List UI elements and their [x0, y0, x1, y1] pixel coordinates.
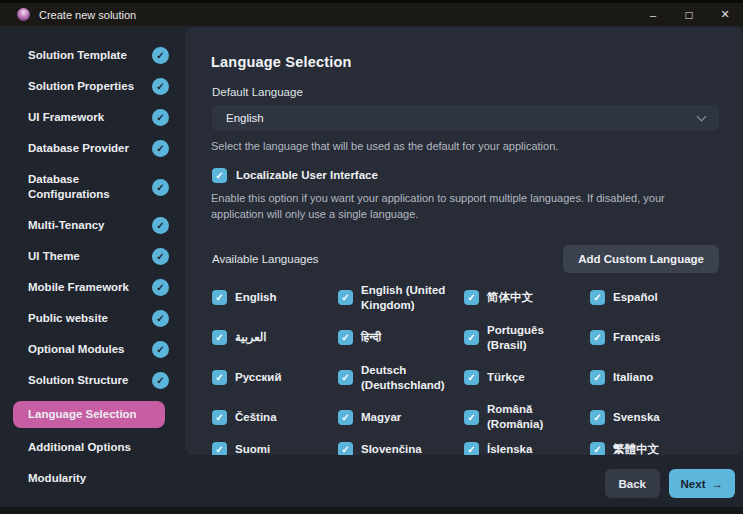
sidebar-item-ui-framework[interactable]: UI Framework ✓ [0, 102, 185, 133]
language-checkbox[interactable]: ✓ [338, 290, 353, 305]
sidebar-item-database-configurations[interactable]: Database Configurations ✓ [0, 164, 185, 210]
language-option[interactable]: ✓ English [212, 283, 338, 313]
language-checkbox[interactable]: ✓ [212, 330, 227, 345]
window-title: Create new solution [39, 9, 136, 21]
language-checkbox[interactable]: ✓ [590, 290, 605, 305]
language-checkbox[interactable]: ✓ [464, 290, 479, 305]
sidebar-item-ui-theme[interactable]: UI Theme ✓ [0, 241, 185, 272]
language-checkbox[interactable]: ✓ [590, 330, 605, 345]
language-option[interactable]: ✓ Română (România) [464, 402, 590, 432]
language-checkbox[interactable]: ✓ [464, 330, 479, 345]
language-checkbox[interactable]: ✓ [212, 370, 227, 385]
language-option[interactable]: ✓ Русский [212, 363, 338, 393]
check-icon: ✓ [467, 412, 475, 423]
check-icon: ✓ [341, 444, 349, 455]
sidebar-item-label: Modularity [28, 471, 169, 486]
check-icon: ✓ [215, 444, 223, 455]
language-option[interactable]: ✓ Suomi [212, 442, 338, 455]
sidebar-item-database-provider[interactable]: Database Provider ✓ [0, 133, 185, 164]
check-icon: ✓ [215, 292, 223, 303]
arrow-right-icon: → [712, 478, 724, 490]
language-checkbox[interactable]: ✓ [338, 410, 353, 425]
language-label: Русский [235, 370, 281, 385]
language-option[interactable]: ✓ English (United Kingdom) [338, 283, 464, 313]
add-custom-language-button[interactable]: Add Custom Language [563, 245, 719, 273]
language-checkbox[interactable]: ✓ [590, 442, 605, 455]
language-checkbox[interactable]: ✓ [464, 370, 479, 385]
check-icon: ✓ [593, 372, 601, 383]
language-option[interactable]: ✓ Français [590, 323, 716, 353]
language-option[interactable]: ✓ Čeština [212, 402, 338, 432]
sidebar-item-language-selection[interactable]: Language Selection [13, 401, 165, 428]
titlebar: Create new solution – □ ✕ [0, 3, 743, 26]
language-label: 简体中文 [487, 290, 533, 305]
sidebar-item-solution-structure[interactable]: Solution Structure ✓ [0, 365, 185, 396]
default-language-label: Default Language [212, 86, 743, 98]
check-icon: ✓ [156, 251, 164, 262]
check-icon: ✓ [593, 332, 601, 343]
language-option[interactable]: ✓ Español [590, 283, 716, 313]
language-option[interactable]: ✓ Magyar [338, 402, 464, 432]
step-complete-badge: ✓ [152, 279, 169, 296]
back-button[interactable]: Back [605, 469, 661, 498]
close-icon[interactable]: ✕ [707, 3, 743, 26]
language-label: हिन्दी [361, 330, 381, 345]
default-language-select[interactable]: English [212, 105, 719, 131]
language-label: Português (Brasil) [487, 323, 580, 353]
check-icon: ✓ [593, 444, 601, 455]
language-option[interactable]: ✓ Deutsch (Deuthschland) [338, 363, 464, 393]
language-checkbox[interactable]: ✓ [212, 442, 227, 455]
localizable-checkbox[interactable]: ✓ [212, 168, 227, 183]
language-checkbox[interactable]: ✓ [212, 290, 227, 305]
available-languages-label: Available Languages [212, 253, 319, 265]
sidebar-item-mobile-framework[interactable]: Mobile Framework ✓ [0, 272, 185, 303]
language-checkbox[interactable]: ✓ [212, 410, 227, 425]
sidebar-item-label: Mobile Framework [28, 280, 152, 295]
sidebar-item-public-website[interactable]: Public website ✓ [0, 303, 185, 334]
language-checkbox[interactable]: ✓ [590, 370, 605, 385]
sidebar-item-solution-template[interactable]: Solution Template ✓ [0, 40, 185, 71]
language-option[interactable]: ✓ हिन्दी [338, 323, 464, 353]
language-label: Slovenčina [361, 442, 422, 455]
chevron-down-icon [697, 111, 707, 121]
check-icon: ✓ [341, 412, 349, 423]
check-icon: ✓ [215, 372, 223, 383]
language-option[interactable]: ✓ Italiano [590, 363, 716, 393]
sidebar-item-optional-modules[interactable]: Optional Modules ✓ [0, 334, 185, 365]
default-language-help: Select the language that will be used as… [211, 139, 719, 155]
page-title: Language Selection [211, 54, 743, 70]
sidebar-item-label: Multi-Tenancy [28, 218, 152, 233]
step-complete-badge: ✓ [152, 217, 169, 234]
check-icon: ✓ [467, 372, 475, 383]
language-option[interactable]: ✓ Svenska [590, 402, 716, 432]
sidebar-item-additional-options[interactable]: Additional Options [0, 432, 185, 463]
language-label: Türkçe [487, 370, 525, 385]
next-button[interactable]: Next → [669, 469, 735, 498]
language-checkbox[interactable]: ✓ [338, 330, 353, 345]
language-checkbox[interactable]: ✓ [590, 410, 605, 425]
language-label: Română (România) [487, 402, 580, 432]
step-complete-badge: ✓ [152, 47, 169, 64]
sidebar-item-modularity[interactable]: Modularity [0, 463, 185, 494]
language-option[interactable]: ✓ العربية [212, 323, 338, 353]
language-checkbox[interactable]: ✓ [464, 410, 479, 425]
sidebar-item-solution-properties[interactable]: Solution Properties ✓ [0, 71, 185, 102]
step-complete-badge: ✓ [152, 341, 169, 358]
language-option[interactable]: ✓ Íslenska [464, 442, 590, 455]
minimize-icon[interactable]: – [635, 3, 671, 26]
language-option[interactable]: ✓ Português (Brasil) [464, 323, 590, 353]
language-option[interactable]: ✓ 繁體中文 [590, 442, 716, 455]
check-icon: ✓ [215, 170, 223, 181]
step-complete-badge: ✓ [152, 179, 169, 196]
language-option[interactable]: ✓ Slovenčina [338, 442, 464, 455]
language-option[interactable]: ✓ 简体中文 [464, 283, 590, 313]
window-bottom-edge [0, 507, 743, 514]
language-option[interactable]: ✓ Türkçe [464, 363, 590, 393]
step-complete-badge: ✓ [152, 78, 169, 95]
language-checkbox[interactable]: ✓ [338, 370, 353, 385]
language-label: Čeština [235, 410, 277, 425]
language-checkbox[interactable]: ✓ [464, 442, 479, 455]
maximize-icon[interactable]: □ [671, 3, 707, 26]
language-checkbox[interactable]: ✓ [338, 442, 353, 455]
sidebar-item-multi-tenancy[interactable]: Multi-Tenancy ✓ [0, 210, 185, 241]
